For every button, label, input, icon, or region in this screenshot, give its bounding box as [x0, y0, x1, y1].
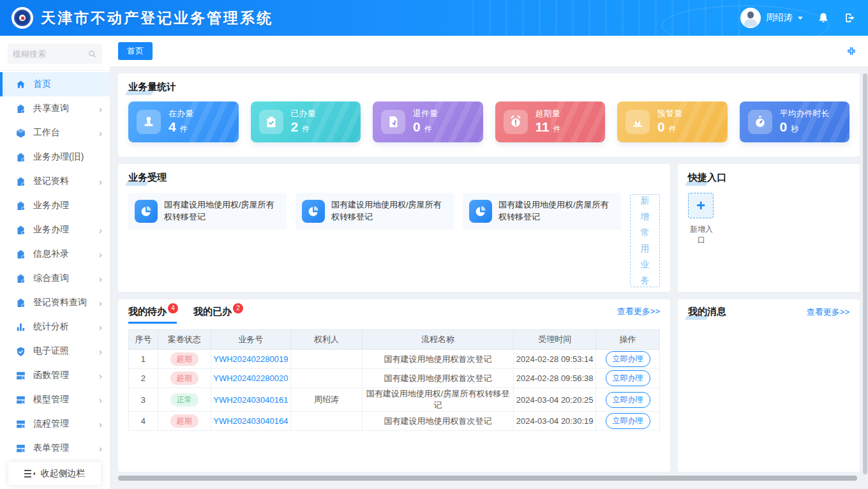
sidebar-item-0[interactable]: 首页: [0, 72, 110, 96]
chevron-right-icon: ›: [99, 104, 102, 114]
search-icon: [87, 49, 97, 59]
avatar[interactable]: [740, 8, 761, 28]
horizontal-scrollbar[interactable]: [118, 476, 860, 481]
cell-flow: 国有建设用地使用权首次登记: [363, 369, 514, 388]
stat-card-0[interactable]: 在办量4件: [128, 102, 239, 142]
stamp-icon: [137, 110, 161, 134]
chevron-right-icon: ›: [99, 298, 102, 308]
sidebar-item-11[interactable]: 电子证照›: [0, 339, 110, 363]
sidebar-item-10[interactable]: 统计分析›: [0, 315, 110, 339]
sidebar-item-4[interactable]: 登记资料›: [0, 169, 110, 193]
table-row: 1超期YWH202402280019国有建设用地使用权首次登记2024-02-2…: [129, 350, 660, 369]
cell-time: 2024-02-28 09:56:38: [514, 369, 596, 388]
sidebar-item-3[interactable]: 业务办理(旧): [0, 145, 110, 169]
clipboard-check-icon: [259, 110, 283, 134]
add-common-business-button[interactable]: 新增常用业务: [630, 194, 660, 287]
stat-label: 已办量: [291, 109, 316, 119]
collapse-sidebar-label: 收起侧边栏: [41, 468, 86, 479]
acceptance-card-0[interactable]: 国有建设用地使用权/房屋所有权转移登记: [128, 193, 287, 230]
sidebar-item-15[interactable]: 表单管理›: [0, 436, 110, 460]
todo-more-link[interactable]: 查看更多>>: [617, 306, 660, 317]
sidebar-item-label: 登记资料: [33, 176, 69, 187]
vertical-scrollbar[interactable]: [863, 73, 867, 474]
sidebar-item-label: 函数管理: [33, 370, 69, 381]
server-icon: [15, 370, 26, 381]
acceptance-panel: 业务受理 国有建设用地使用权/房屋所有权转移登记国有建设用地使用权/房屋所有权转…: [118, 164, 670, 292]
clipboard-icon: [15, 297, 26, 308]
handle-now-button[interactable]: 立即办理: [606, 351, 650, 367]
business-number-link[interactable]: YWH202402280020: [213, 373, 288, 383]
status-badge: 超期: [170, 372, 198, 385]
sidebar-item-14[interactable]: 流程管理›: [0, 412, 110, 436]
table-header: 权利人: [290, 330, 362, 350]
todo-tab-0[interactable]: 我的待办4: [128, 306, 177, 324]
sidebar-item-8[interactable]: 综合查询›: [0, 266, 110, 290]
stat-card-5[interactable]: 平均办件时长0秒: [740, 102, 850, 142]
handle-now-button[interactable]: 立即办理: [606, 392, 650, 408]
sidebar-item-5[interactable]: 业务办理: [0, 193, 110, 218]
messages-panel: 我的消息 查看更多>>: [678, 299, 860, 472]
user-name: 周绍涛: [766, 12, 793, 24]
chevron-right-icon: ›: [99, 419, 102, 429]
table-row: 2超期YWH202402280020国有建设用地使用权首次登记2024-02-2…: [129, 369, 660, 388]
acceptance-card-label: 国有建设用地使用权/房屋所有权转移登记: [164, 199, 280, 223]
sidebar-item-1[interactable]: 共享查询›: [0, 96, 110, 121]
quick-entry-title: 快捷入口: [688, 172, 726, 184]
business-number-link[interactable]: YWH202402280019: [213, 354, 288, 364]
collapse-tabs-icon[interactable]: [846, 46, 857, 56]
handle-now-button[interactable]: 立即办理: [606, 413, 650, 429]
sidebar-item-13[interactable]: 模型管理›: [0, 387, 110, 412]
stat-card-1[interactable]: 已办量2件: [251, 102, 361, 142]
clipboard-icon: [15, 103, 26, 114]
search-input[interactable]: [13, 49, 87, 59]
stat-card-4[interactable]: 预警量0件: [617, 102, 728, 142]
sidebar-item-12[interactable]: 函数管理›: [0, 363, 110, 387]
acceptance-card-2[interactable]: 国有建设用地使用权/房屋所有权转移登记: [463, 193, 621, 230]
chevron-down-icon: [798, 17, 803, 20]
sidebar-item-label: 业务办理: [33, 224, 69, 236]
todo-tab-1[interactable]: 我的已办2: [193, 306, 242, 324]
stat-card-3[interactable]: 超期量11件: [495, 102, 606, 142]
logout-icon[interactable]: [844, 11, 857, 24]
sidebar-item-6[interactable]: 业务办理›: [0, 218, 110, 242]
acceptance-card-label: 国有建设用地使用权/房屋所有权转移登记: [331, 199, 447, 223]
tab-home[interactable]: 首页: [118, 42, 153, 60]
cell-flow: 国有建设用地使用权首次登记: [363, 350, 514, 369]
cell-flow: 国有建设用地使用权首次登记: [363, 412, 514, 431]
server-icon: [15, 395, 26, 405]
add-entry-button[interactable]: +: [688, 193, 714, 218]
sidebar-item-9[interactable]: 登记资料查询›: [0, 290, 110, 315]
sidebar-search[interactable]: [8, 43, 102, 64]
stat-card-2[interactable]: 退件量0件: [373, 102, 483, 142]
acceptance-card-1[interactable]: 国有建设用地使用权/房屋所有权转移登记: [296, 193, 454, 230]
messages-title: 我的消息: [688, 306, 726, 318]
handle-now-button[interactable]: 立即办理: [606, 370, 650, 386]
user-menu[interactable]: 周绍涛: [740, 8, 803, 28]
stat-value: 2件: [291, 119, 316, 135]
cell-index: 3: [129, 388, 158, 412]
sidebar-item-label: 综合查询: [33, 273, 69, 284]
pie-chart-icon: [469, 200, 492, 223]
pie-chart-icon: [302, 200, 325, 223]
sidebar-item-label: 表单管理: [33, 442, 69, 454]
stopwatch-icon: [748, 110, 772, 134]
business-number-link[interactable]: YWH202403040164: [213, 416, 288, 426]
sidebar-item-label: 共享查询: [33, 103, 69, 114]
messages-more-link[interactable]: 查看更多>>: [807, 306, 849, 318]
sidebar-item-label: 模型管理: [33, 394, 69, 405]
collapse-sidebar-button[interactable]: 收起侧边栏: [8, 462, 101, 485]
todo-tab-label: 我的待办: [128, 306, 167, 317]
sidebar-item-2[interactable]: 工作台›: [0, 121, 110, 145]
chevron-right-icon: ›: [99, 347, 102, 356]
stat-value: 4件: [168, 119, 193, 135]
stat-unit: 秒: [791, 124, 798, 133]
sidebar-item-label: 工作台: [33, 127, 60, 139]
stat-value: 11件: [535, 119, 561, 135]
bell-icon[interactable]: [817, 11, 830, 24]
acceptance-card-label: 国有建设用地使用权/房屋所有权转移登记: [498, 199, 615, 223]
sidebar-item-7[interactable]: 信息补录›: [0, 242, 110, 266]
table-header: 序号: [129, 330, 158, 350]
stat-unit: 件: [302, 124, 310, 133]
clipboard-icon: [15, 225, 26, 236]
business-number-link[interactable]: YWH202403040161: [213, 395, 288, 405]
